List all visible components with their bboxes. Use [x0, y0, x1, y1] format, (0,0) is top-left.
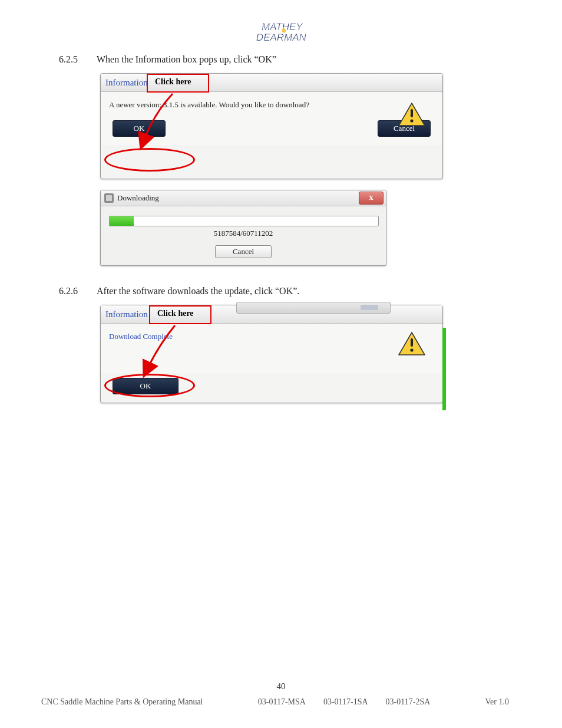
- footer-code: 03-0117-MSA: [258, 697, 306, 707]
- page-footer: CNC Saddle Machine Parts & Operating Man…: [0, 697, 562, 707]
- dialog-title: Downloading x: [101, 190, 386, 206]
- cancel-button[interactable]: Cancel: [215, 245, 272, 258]
- annotation-click-here: Click here: [157, 309, 194, 318]
- step-6-2-6: 6.2.6 After the software downloads the u…: [59, 286, 509, 297]
- svg-text:DEARMAN: DEARMAN: [255, 31, 307, 43]
- information-dialog: Information Download Complete OK Click h…: [100, 305, 443, 403]
- information-dialog: Information A newer version: 3.1.5 is av…: [100, 73, 443, 179]
- svg-rect-5: [411, 109, 413, 117]
- background-window: [236, 302, 391, 314]
- warning-icon: [398, 102, 426, 129]
- step-6-2-5: 6.2.5 When the Information box pops up, …: [59, 54, 509, 65]
- annotation-red-oval: [104, 374, 195, 397]
- annotation-red-oval: [104, 148, 195, 172]
- footer-version: Ver 1.0: [485, 697, 509, 707]
- annotation-arrow: [136, 90, 177, 151]
- close-button[interactable]: x: [359, 192, 384, 205]
- downloading-dialog: Downloading x 5187584/60711202 Cancel: [100, 190, 386, 266]
- svg-point-6: [410, 119, 413, 122]
- brand-logo: MATHEY DEARMAN: [59, 18, 509, 48]
- dialog-title-text: Downloading: [117, 193, 159, 202]
- svg-rect-8: [411, 338, 413, 347]
- svg-point-3: [282, 29, 286, 33]
- app-icon: [104, 193, 114, 203]
- footer-code: 03-0117-1SA: [323, 697, 368, 707]
- step-text: After the software downloads the update,…: [97, 286, 509, 297]
- annotation-click-here: Click here: [155, 77, 191, 87]
- footer-title: CNC Saddle Machine Parts & Operating Man…: [41, 697, 203, 707]
- page-number: 40: [0, 681, 562, 691]
- background-green-bar: [442, 328, 446, 410]
- step-number: 6.2.6: [59, 286, 97, 297]
- progress-bar: [109, 216, 379, 226]
- step-number: 6.2.5: [59, 54, 97, 65]
- footer-code: 03-0117-2SA: [386, 697, 431, 707]
- progress-text: 5187584/60711202: [109, 229, 378, 238]
- progress-fill: [110, 216, 134, 226]
- warning-icon: [398, 331, 426, 358]
- step-text: When the Information box pops up, click …: [97, 54, 509, 65]
- svg-point-9: [410, 348, 413, 351]
